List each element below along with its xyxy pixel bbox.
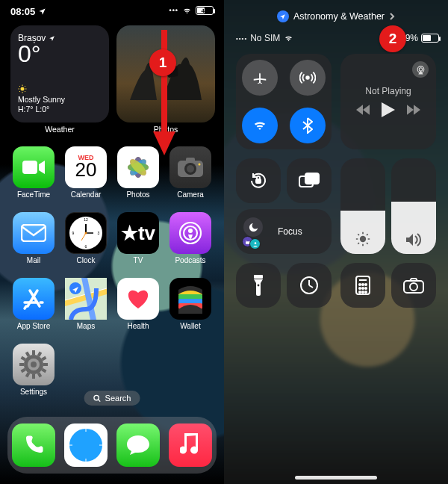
prev-icon[interactable]: [356, 105, 370, 115]
dock-messages[interactable]: [116, 424, 160, 467]
app-label: Clock: [76, 256, 95, 264]
widget-label-photos: Photos: [116, 125, 215, 134]
svg-point-68: [360, 236, 366, 242]
svg-point-0: [21, 87, 25, 91]
svg-point-85: [359, 288, 361, 289]
camera-button[interactable]: [391, 263, 436, 308]
app-appstore[interactable]: App Store: [10, 278, 57, 330]
chevron-right-icon: [389, 13, 395, 20]
widget-label-weather: Weather: [10, 125, 109, 134]
app-photos[interactable]: Photos: [115, 146, 161, 199]
app-settings[interactable]: Settings: [10, 344, 57, 396]
app-label: Settings: [20, 388, 47, 396]
svg-rect-20: [186, 158, 195, 162]
home-screen: 08:05 ••• 49 Brașov 0° Mostly Sunny H:7°…: [0, 0, 224, 484]
app-label: Camera: [177, 190, 204, 199]
svg-rect-10: [22, 161, 37, 174]
svg-point-67: [254, 242, 256, 244]
screen-mirroring[interactable]: [287, 158, 332, 203]
airplane-toggle[interactable]: [242, 60, 278, 96]
weather-temp: 0°: [18, 40, 102, 68]
rotation-lock-icon: [249, 171, 268, 190]
brightness-slider[interactable]: [340, 158, 385, 254]
svg-point-87: [365, 288, 367, 289]
app-mail[interactable]: Mail: [10, 212, 57, 264]
svg-point-86: [362, 288, 364, 289]
airplay-button[interactable]: [412, 61, 429, 78]
flashlight-icon: [252, 275, 264, 296]
wifi-icon: [181, 7, 193, 15]
svg-point-88: [359, 291, 361, 293]
wallet-icon: [169, 278, 211, 320]
app-camera[interactable]: Camera: [167, 146, 214, 199]
tv-icon: ★tv: [117, 212, 159, 254]
focus-tile[interactable]: Focus: [236, 209, 332, 254]
dock: [7, 417, 217, 474]
app-label: TV: [134, 256, 143, 264]
health-icon: [117, 278, 159, 320]
app-tv[interactable]: ★tvTV: [115, 212, 161, 264]
return-to-app[interactable]: Astronomy & Weather: [224, 10, 448, 22]
svg-point-22: [187, 165, 194, 173]
play-icon[interactable]: [382, 102, 395, 117]
dock-phone[interactable]: [12, 424, 55, 467]
weather-hilo: H:7° L:0°: [18, 105, 49, 114]
location-indicator-icon: [277, 10, 289, 22]
cellular-toggle[interactable]: [290, 60, 326, 96]
volume-slider[interactable]: [391, 158, 436, 254]
screen-mirror-icon: [299, 173, 320, 189]
clock-icon: 12369: [65, 212, 107, 254]
location-icon: [49, 35, 55, 42]
bluetooth-toggle[interactable]: [290, 108, 326, 143]
airplane-icon: [252, 69, 268, 86]
wifi-toggle[interactable]: [242, 108, 278, 143]
maps-icon: [65, 278, 107, 320]
app-calendar[interactable]: WED20Calendar: [63, 146, 109, 199]
sun-icon: [18, 84, 27, 93]
app-maps[interactable]: Maps: [63, 278, 109, 330]
app-wallet[interactable]: Wallet: [167, 278, 214, 330]
dock-safari[interactable]: [64, 424, 108, 467]
now-playing-label: Not Playing: [365, 86, 411, 96]
svg-rect-65: [305, 173, 319, 184]
weather-desc: Mostly Sunny: [18, 95, 65, 104]
flashlight-button[interactable]: [236, 263, 281, 308]
app-facetime[interactable]: FaceTime: [10, 146, 57, 199]
svg-point-36: [188, 229, 193, 233]
svg-line-6: [25, 91, 25, 92]
app-label: Maps: [77, 322, 95, 330]
callout-1: 1: [149, 49, 176, 76]
search-label: Search: [105, 394, 131, 403]
timer-button[interactable]: [287, 263, 332, 308]
app-label: App Store: [17, 322, 50, 330]
weather-widget[interactable]: Brașov 0° Mostly Sunny H:7° L:0°: [10, 25, 109, 122]
orientation-lock[interactable]: [236, 158, 281, 203]
next-icon[interactable]: [407, 105, 420, 115]
svg-point-62: [419, 67, 422, 70]
dock-music[interactable]: [169, 424, 212, 467]
svg-point-92: [410, 283, 417, 291]
media-tile[interactable]: Not Playing: [340, 54, 436, 149]
carrier-label: No SIM: [250, 33, 280, 43]
connectivity-tile[interactable]: [236, 54, 332, 149]
svg-line-5: [19, 86, 20, 87]
podcasts-icon: [169, 212, 211, 254]
home-indicator[interactable]: [295, 476, 377, 480]
svg-point-33: [85, 232, 87, 235]
app-clock[interactable]: 12369Clock: [63, 212, 109, 264]
wifi-icon: [283, 34, 294, 43]
svg-rect-49: [32, 350, 35, 355]
personal-mini-icon: [249, 238, 261, 249]
app-podcasts[interactable]: Podcasts: [167, 212, 214, 264]
svg-line-53: [98, 399, 100, 401]
app-health[interactable]: Health: [115, 278, 161, 330]
control-center: Astronomy & Weather ••••No SIM 49% 2 Not…: [224, 0, 448, 484]
cellular-dots-icon: •••: [169, 7, 178, 14]
calculator-button[interactable]: [340, 263, 385, 308]
status-time: 08:05: [10, 6, 46, 17]
moon-icon: [243, 217, 263, 237]
callout-2: 2: [379, 25, 406, 52]
svg-line-73: [358, 234, 359, 235]
svg-text:12: 12: [84, 217, 88, 222]
spotlight-search[interactable]: Search: [84, 391, 140, 406]
